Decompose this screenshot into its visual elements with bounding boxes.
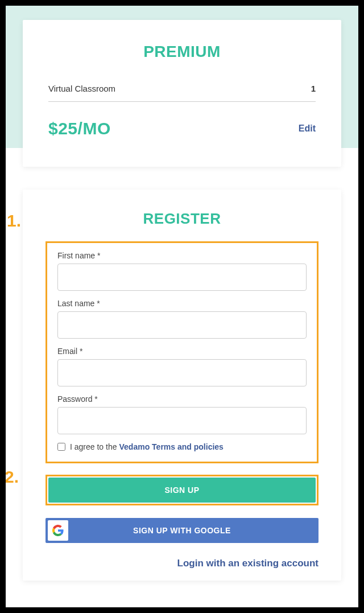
first-name-input[interactable] <box>57 264 307 291</box>
login-link[interactable]: Login with an existing account <box>46 558 318 569</box>
last-name-label: Last name * <box>57 299 307 308</box>
last-name-input[interactable] <box>57 311 307 339</box>
step-1-marker: 1. <box>7 212 21 229</box>
google-signup-label: SIGN UP WITH GOOGLE <box>133 526 231 535</box>
premium-title: PREMIUM <box>48 43 316 61</box>
google-signup-button[interactable]: SIGN UP WITH GOOGLE <box>46 518 318 543</box>
first-name-label: First name * <box>57 251 307 260</box>
password-label: Password * <box>57 394 307 404</box>
register-form-box: First name * Last name * Email * Passwor… <box>46 241 318 463</box>
plan-item-label: Virtual Classroom <box>48 84 115 93</box>
plan-price: $25/MO <box>48 119 111 138</box>
agree-checkbox[interactable] <box>57 443 65 451</box>
terms-link[interactable]: Vedamo Terms and policies <box>119 442 224 451</box>
agree-text: I agree to the <box>70 442 117 451</box>
plan-item-qty: 1 <box>311 84 316 93</box>
premium-card: PREMIUM Virtual Classroom 1 $25/MO Edit <box>23 20 341 167</box>
step-2-marker: 2. <box>6 468 19 486</box>
register-title: REGISTER <box>46 210 318 228</box>
email-input[interactable] <box>57 359 307 386</box>
edit-link[interactable]: Edit <box>299 124 316 134</box>
signup-button[interactable]: SIGN UP <box>48 478 316 503</box>
google-icon <box>48 520 68 541</box>
register-card: 1. REGISTER First name * Last name * Ema… <box>23 190 341 581</box>
plan-item-row: Virtual Classroom 1 <box>48 84 316 102</box>
password-input[interactable] <box>57 407 307 434</box>
signup-button-wrap: SIGN UP <box>46 475 318 505</box>
email-label: Email * <box>57 347 307 356</box>
